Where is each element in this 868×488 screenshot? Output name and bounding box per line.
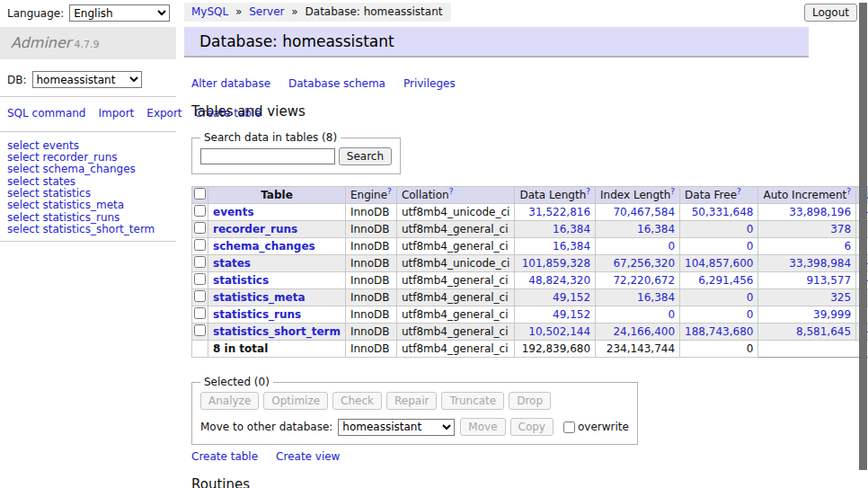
overwrite-checkbox[interactable]: [563, 421, 575, 433]
breadcrumb-server[interactable]: Server: [249, 5, 284, 18]
table-name-cell: states: [208, 255, 346, 272]
row-checkbox-states[interactable]: [194, 256, 206, 268]
data-free-link-states[interactable]: 104,857,600: [685, 257, 753, 270]
data-free-help-link[interactable]: ?: [737, 187, 741, 196]
table-link-statistics[interactable]: statistics: [213, 274, 269, 287]
index-length-link-statistics-runs[interactable]: 0: [668, 308, 675, 321]
move-database-select[interactable]: homeassistant: [338, 419, 455, 436]
data-length-link-schema-changes[interactable]: 16,384: [553, 240, 590, 253]
data-free-link-statistics-meta[interactable]: 0: [747, 291, 754, 304]
adminer-brand: Adminer4.7.9: [0, 27, 176, 59]
column-header-collation[interactable]: Collation?: [396, 187, 515, 204]
sidebar-select-statistics-short-term[interactable]: select statistics_short_term: [7, 224, 176, 235]
row-checkbox-statistics-meta[interactable]: [194, 290, 206, 302]
table-row-recorder-runs: recorder_runsInnoDButf8mb4_general_ci16,…: [192, 221, 868, 238]
data-length-link-statistics-meta[interactable]: 49,152: [553, 291, 590, 304]
auto-increment-link-recorder-runs[interactable]: 378: [830, 223, 851, 235]
search-button[interactable]: Search: [339, 147, 392, 165]
index-length-link-states[interactable]: 67,256,320: [613, 257, 675, 270]
column-header-index-length[interactable]: Index Length?: [596, 187, 680, 204]
table-link-states[interactable]: states: [213, 257, 251, 270]
auto-increment-link-states[interactable]: 33,398,984: [789, 257, 851, 270]
table-link-statistics-short-term[interactable]: statistics_short_term: [213, 325, 341, 338]
data-length-link-states[interactable]: 101,859,328: [522, 257, 590, 270]
sidebar-select-recorder-runs[interactable]: select recorder_runs: [7, 152, 176, 164]
index-length-help-link[interactable]: ?: [670, 187, 675, 196]
breadcrumb-mysql[interactable]: MySQL: [191, 5, 228, 18]
table-link-events[interactable]: events: [213, 206, 254, 218]
search-input[interactable]: [200, 148, 335, 164]
data-length-help-link[interactable]: ?: [586, 187, 590, 196]
scrollbar-thumb[interactable]: [859, 3, 867, 470]
data-free-link-statistics-short-term[interactable]: 188,743,680: [685, 325, 753, 338]
engine-help-link[interactable]: ?: [387, 187, 392, 196]
row-checkbox-events[interactable]: [194, 205, 206, 217]
data-free-link-schema-changes[interactable]: 0: [747, 240, 754, 253]
sidebar-select-statistics-runs[interactable]: select statistics_runs: [7, 212, 176, 224]
logout-button[interactable]: Logout: [804, 4, 857, 22]
row-checkbox-statistics[interactable]: [194, 273, 206, 285]
brand-name: Adminer: [11, 34, 71, 51]
column-header-auto-increment[interactable]: Auto Increment?: [758, 187, 856, 204]
auto-increment-link-statistics-runs[interactable]: 39,999: [813, 308, 851, 321]
index-length-link-events[interactable]: 70,467,584: [613, 206, 675, 218]
index-length-link-statistics-meta[interactable]: 16,384: [637, 291, 675, 304]
sidebar-select-statistics[interactable]: select statistics: [7, 188, 176, 200]
index-length-link-statistics[interactable]: 72,220,672: [613, 274, 675, 287]
row-checkbox-recorder-runs[interactable]: [194, 222, 206, 234]
data-length-link-statistics[interactable]: 48,824,320: [528, 274, 590, 287]
index-length-link-recorder-runs[interactable]: 16,384: [637, 223, 675, 235]
data-length-link-statistics-short-term[interactable]: 10,502,144: [528, 325, 590, 338]
sidebar-action-import[interactable]: Import: [98, 107, 134, 120]
index-length-link-statistics-short-term[interactable]: 24,166,400: [613, 325, 675, 338]
data-free-link-recorder-runs[interactable]: 0: [747, 223, 754, 235]
column-header-table[interactable]: Table: [208, 187, 346, 204]
sidebar-action-export[interactable]: Export: [146, 107, 182, 120]
data-free-link-statistics[interactable]: 6,291,456: [698, 274, 753, 287]
vertical-scrollbar[interactable]: [859, 0, 867, 488]
table-name-cell: recorder_runs: [208, 221, 346, 238]
auto-increment-link-schema-changes[interactable]: 6: [844, 240, 851, 253]
language-select[interactable]: English: [69, 4, 170, 22]
table-link-statistics-runs[interactable]: statistics_runs: [213, 308, 301, 321]
data-length-link-statistics-runs[interactable]: 49,152: [553, 308, 590, 321]
data-free-link-statistics-runs[interactable]: 0: [747, 308, 754, 321]
sidebar-select-events[interactable]: select events: [7, 140, 176, 152]
column-header-data-free[interactable]: Data Free?: [680, 187, 758, 204]
data-length-link-recorder-runs[interactable]: 16,384: [553, 223, 590, 235]
sidebar-select-schema-changes[interactable]: select schema_changes: [7, 164, 176, 175]
auto-increment-link-statistics[interactable]: 913,577: [806, 274, 851, 287]
collation-help-link[interactable]: ?: [449, 187, 454, 196]
column-header-engine[interactable]: Engine?: [345, 187, 396, 204]
link-alter-database[interactable]: Alter database: [191, 77, 270, 90]
link-create-table[interactable]: Create table: [191, 450, 258, 463]
link-create-view[interactable]: Create view: [276, 450, 340, 463]
column-header-data-length[interactable]: Data Length?: [515, 187, 596, 204]
index-length-cell: 67,256,320: [596, 255, 680, 272]
data-free-link-events[interactable]: 50,331,648: [692, 206, 754, 218]
sidebar-select-states[interactable]: select states: [7, 176, 176, 188]
data-length-link-events[interactable]: 31,522,816: [528, 206, 590, 218]
sidebar-action-sql-command[interactable]: SQL command: [7, 107, 85, 120]
row-checkbox-statistics-runs[interactable]: [194, 307, 206, 319]
row-checkbox-statistics-short-term[interactable]: [194, 324, 206, 336]
selected-fieldset: Selected (0) AnalyzeOptimizeCheckRepairT…: [191, 376, 638, 445]
sidebar-select-statistics-meta[interactable]: select statistics_meta: [7, 200, 176, 211]
help-sup: ?: [387, 187, 392, 196]
link-database-schema[interactable]: Database schema: [288, 77, 385, 90]
auto-increment-link-statistics-short-term[interactable]: 8,581,645: [796, 325, 851, 338]
index-length-link-schema-changes[interactable]: 0: [668, 240, 675, 253]
link-privileges[interactable]: Privileges: [403, 77, 456, 90]
select-all-checkbox[interactable]: [194, 188, 206, 200]
index-length-cell: 70,467,584: [596, 204, 680, 221]
auto-increment-cell: 378: [758, 221, 856, 238]
database-links: Alter databaseDatabase schemaPrivileges: [191, 77, 820, 90]
table-link-recorder-runs[interactable]: recorder_runs: [213, 223, 297, 235]
auto-increment-help-link[interactable]: ?: [846, 187, 851, 196]
auto-increment-link-events[interactable]: 33,898,196: [789, 206, 851, 218]
table-link-statistics-meta[interactable]: statistics_meta: [213, 291, 306, 304]
table-link-schema-changes[interactable]: schema_changes: [213, 240, 315, 253]
auto-increment-link-statistics-meta[interactable]: 325: [830, 291, 851, 304]
row-checkbox-schema-changes[interactable]: [194, 239, 206, 251]
db-select[interactable]: homeassistant: [32, 71, 142, 88]
